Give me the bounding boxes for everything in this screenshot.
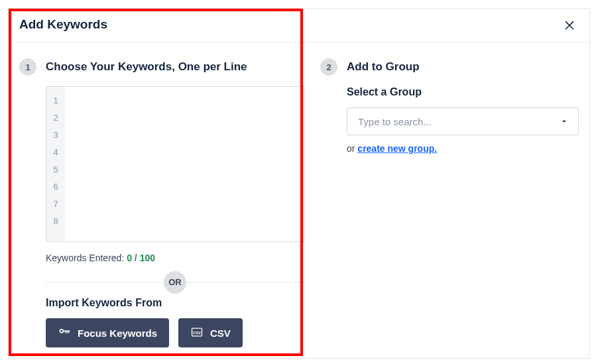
csv-button[interactable]: CSV CSV [178,318,243,347]
or-divider: OR [46,282,304,282]
step-2-header: 2 Add to Group [320,58,579,76]
csv-label: CSV [210,328,231,339]
chevron-down-icon [560,117,569,126]
focus-keywords-button[interactable]: Focus Keywords [46,318,169,347]
key-icon [58,326,71,341]
step-1-title: Choose Your Keywords, One per Line [46,60,247,74]
line-number: 7 [46,196,65,213]
csv-icon: CSV [190,326,204,341]
entered-label: Keywords Entered: [46,253,127,263]
close-icon [563,23,576,33]
line-number: 2 [46,109,65,127]
keywords-entered-row: Keywords Entered: 0 / 100 [46,253,304,263]
line-number: 4 [46,144,65,161]
step-2-badge: 2 [320,58,337,76]
step-2-content: Select a Group or create new group. [347,86,579,154]
line-gutter: 1 2 3 4 5 6 7 8 [46,87,65,241]
group-search-input[interactable] [357,115,560,128]
line-number: 6 [46,178,65,196]
or-prefix: or [347,143,357,154]
group-select[interactable] [347,107,579,135]
create-group-row: or create new group. [347,143,579,154]
step-2-title: Add to Group [347,60,420,74]
modal-body: 1 Choose Your Keywords, One per Line 1 2… [9,42,589,358]
focus-keywords-label: Focus Keywords [78,328,157,339]
select-group-heading: Select a Group [347,86,579,98]
step-1-column: 1 Choose Your Keywords, One per Line 1 2… [19,58,304,347]
import-heading: Import Keywords From [46,297,304,309]
line-number: 5 [46,161,65,178]
close-button[interactable] [560,15,579,34]
step-2-column: 2 Add to Group Select a Group or create … [320,58,579,347]
import-buttons-row: Focus Keywords CSV CSV [46,318,304,347]
line-number: 1 [46,92,65,109]
modal-title: Add Keywords [19,17,107,32]
svg-text:CSV: CSV [193,330,201,334]
create-new-group-link[interactable]: create new group. [357,143,437,154]
step-1-content: 1 2 3 4 5 6 7 8 Keywords Ent [46,86,304,347]
entered-count: 0 / 100 [127,253,155,263]
editor-lines[interactable] [65,87,304,241]
or-pill: OR [164,271,186,294]
line-number: 3 [46,127,65,144]
add-keywords-modal: Add Keywords 1 Choose Your Keywords, One… [8,8,590,359]
modal-header: Add Keywords [9,9,589,42]
line-number: 8 [46,213,65,230]
step-1-badge: 1 [19,58,36,76]
step-1-header: 1 Choose Your Keywords, One per Line [19,58,304,76]
keywords-editor[interactable]: 1 2 3 4 5 6 7 8 [46,86,304,242]
